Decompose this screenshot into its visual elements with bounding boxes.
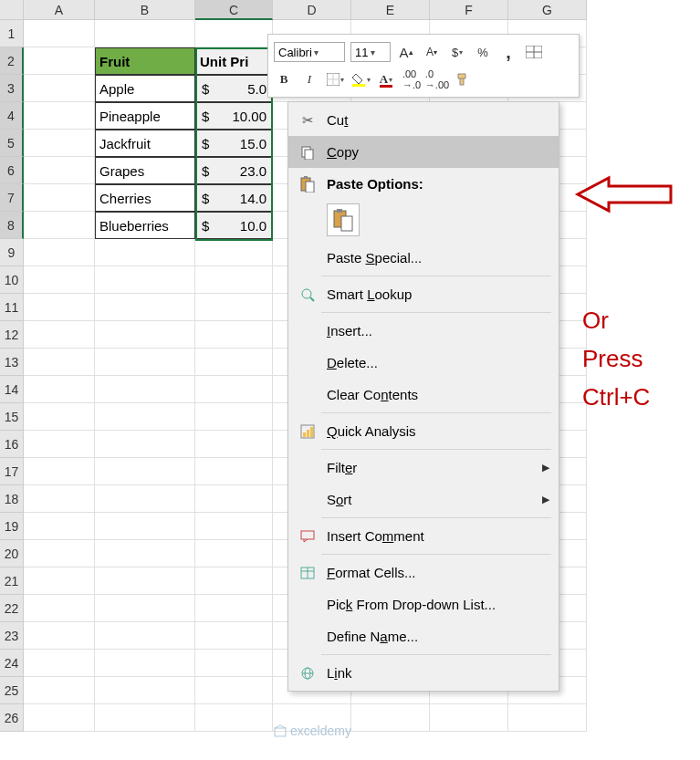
cell-A17[interactable]: [24, 458, 95, 485]
row-header-12[interactable]: 12: [0, 321, 24, 349]
cell-C3[interactable]: $5.0: [195, 75, 273, 102]
row-header-18[interactable]: 18: [0, 485, 24, 513]
font-color-button[interactable]: A ▾: [376, 69, 396, 89]
cell-C23[interactable]: [195, 622, 273, 650]
cell-A6[interactable]: [24, 157, 95, 184]
row-header-20[interactable]: 20: [0, 540, 24, 567]
cell-A23[interactable]: [24, 622, 95, 650]
cell-C26[interactable]: [195, 704, 273, 732]
cell-B8[interactable]: Blueberries: [95, 212, 195, 239]
cell-B20[interactable]: [95, 540, 195, 567]
row-header-14[interactable]: 14: [0, 376, 24, 403]
cell-A20[interactable]: [24, 540, 95, 567]
row-header-6[interactable]: 6: [0, 157, 24, 184]
cell-G26[interactable]: [508, 704, 587, 732]
cell-B9[interactable]: [95, 239, 195, 266]
cell-B19[interactable]: [95, 513, 195, 540]
row-header-11[interactable]: 11: [0, 294, 24, 321]
ctx-filter[interactable]: Filter ▶: [288, 452, 559, 484]
borders-button[interactable]: ▾: [325, 69, 345, 89]
row-header-13[interactable]: 13: [0, 349, 24, 376]
row-header-2[interactable]: 2: [0, 47, 24, 75]
ctx-link[interactable]: Link: [288, 657, 559, 689]
cell-B2[interactable]: Fruit: [95, 47, 195, 75]
cell-C15[interactable]: [195, 403, 273, 431]
cell-B12[interactable]: [95, 321, 195, 349]
increase-decimal-icon[interactable]: .0→.00: [427, 69, 447, 89]
ctx-clear-contents[interactable]: Clear Contents: [288, 379, 559, 411]
cell-A18[interactable]: [24, 485, 95, 513]
cell-A8[interactable]: [24, 212, 95, 239]
row-header-24[interactable]: 24: [0, 650, 24, 677]
cell-B6[interactable]: Grapes: [95, 157, 195, 184]
cell-C21[interactable]: [195, 567, 273, 595]
decrease-font-icon[interactable]: A▾: [422, 42, 442, 62]
cell-A5[interactable]: [24, 130, 95, 157]
cell-B18[interactable]: [95, 485, 195, 513]
cell-B15[interactable]: [95, 403, 195, 431]
row-header-16[interactable]: 16: [0, 431, 24, 458]
cell-C4[interactable]: $10.00: [195, 102, 273, 130]
cell-C17[interactable]: [195, 458, 273, 485]
cell-B7[interactable]: Cherries: [95, 184, 195, 212]
format-painter-icon[interactable]: [453, 69, 473, 89]
cell-A13[interactable]: [24, 349, 95, 376]
row-header-26[interactable]: 26: [0, 704, 24, 732]
merge-cells-icon[interactable]: [524, 42, 544, 62]
cell-A9[interactable]: [24, 239, 95, 266]
cell-A19[interactable]: [24, 513, 95, 540]
cell-F26[interactable]: [430, 704, 508, 732]
cell-A25[interactable]: [24, 677, 95, 704]
cell-A12[interactable]: [24, 321, 95, 349]
row-header-3[interactable]: 3: [0, 75, 24, 102]
cell-A7[interactable]: [24, 184, 95, 212]
row-header-25[interactable]: 25: [0, 677, 24, 704]
cell-A2[interactable]: [24, 47, 95, 75]
bold-button[interactable]: B: [274, 69, 294, 89]
paste-default-icon[interactable]: [327, 203, 360, 236]
cell-C20[interactable]: [195, 540, 273, 567]
cell-C25[interactable]: [195, 677, 273, 704]
ctx-define-name[interactable]: Define Name...: [288, 620, 559, 652]
col-header-F[interactable]: F: [430, 0, 508, 20]
cell-C8[interactable]: $10.0: [195, 212, 273, 239]
col-header-C[interactable]: C: [195, 0, 273, 20]
ctx-pick-from-list[interactable]: Pick From Drop-down List...: [288, 588, 559, 620]
cell-B5[interactable]: Jackfruit: [95, 130, 195, 157]
col-header-D[interactable]: D: [273, 0, 351, 20]
ctx-insert-comment[interactable]: Insert Comment: [288, 520, 559, 552]
cell-C14[interactable]: [195, 376, 273, 403]
cell-A24[interactable]: [24, 650, 95, 677]
row-header-15[interactable]: 15: [0, 403, 24, 431]
cell-A15[interactable]: [24, 403, 95, 431]
cell-E26[interactable]: [351, 704, 430, 732]
ctx-cut[interactable]: ✂ Cut: [288, 104, 559, 136]
cell-B14[interactable]: [95, 376, 195, 403]
ctx-format-cells[interactable]: Format Cells...: [288, 557, 559, 588]
cell-B26[interactable]: [95, 704, 195, 732]
cell-C22[interactable]: [195, 595, 273, 622]
cell-A10[interactable]: [24, 266, 95, 294]
font-selector[interactable]: Calibri▾: [274, 42, 345, 62]
cell-A21[interactable]: [24, 567, 95, 595]
cell-B23[interactable]: [95, 622, 195, 650]
select-all-corner[interactable]: [0, 0, 24, 20]
cell-B16[interactable]: [95, 431, 195, 458]
row-header-19[interactable]: 19: [0, 513, 24, 540]
row-header-22[interactable]: 22: [0, 595, 24, 622]
col-header-E[interactable]: E: [351, 0, 430, 20]
cell-C6[interactable]: $23.0: [195, 157, 273, 184]
cell-C2[interactable]: Unit Pri: [195, 47, 273, 75]
cell-C7[interactable]: $14.0: [195, 184, 273, 212]
row-header-10[interactable]: 10: [0, 266, 24, 294]
cell-A16[interactable]: [24, 431, 95, 458]
cell-C16[interactable]: [195, 431, 273, 458]
cell-C9[interactable]: [195, 239, 273, 266]
comma-format-button[interactable]: ,: [498, 42, 518, 62]
ctx-copy[interactable]: Copy: [288, 136, 559, 168]
cell-B22[interactable]: [95, 595, 195, 622]
ctx-smart-lookup[interactable]: Smart Lookup: [288, 278, 559, 310]
cell-C11[interactable]: [195, 294, 273, 321]
ctx-insert[interactable]: Insert...: [288, 315, 559, 347]
cell-B21[interactable]: [95, 567, 195, 595]
